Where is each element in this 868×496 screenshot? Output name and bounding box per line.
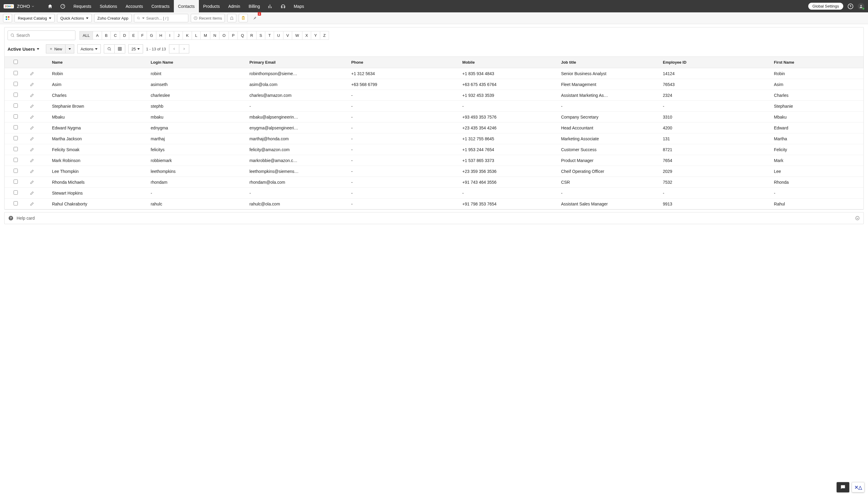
page-size-selector[interactable]: 25 — [128, 44, 143, 53]
table-row[interactable]: Mark Robinsonrobbiemarkmarkrobbie@amazon… — [4, 155, 864, 166]
global-search-input[interactable] — [147, 16, 186, 20]
table-row[interactable]: Felicity Smoakfelicitysfelicity@amazon.c… — [4, 144, 864, 155]
table-row[interactable]: Lee Thompkinleethompkinsleethompkins@sie… — [4, 166, 864, 177]
row-checkbox[interactable] — [14, 71, 18, 75]
edit-icon[interactable] — [27, 112, 49, 123]
alpha-x[interactable]: X — [302, 31, 311, 40]
alpha-b[interactable]: B — [102, 31, 111, 40]
table-row[interactable]: Asimasimsethasim@ola.com+63 568 6799+63 … — [4, 79, 864, 90]
help-icon[interactable] — [848, 3, 853, 9]
table-row[interactable]: Rahul Chakrabortyrahulcrahulc@ola.com-+9… — [4, 199, 864, 210]
prev-page-button[interactable] — [169, 44, 179, 53]
col-name[interactable]: Name — [49, 57, 148, 68]
col-email[interactable]: Primary Email — [246, 57, 348, 68]
pin-button[interactable]: 1 — [250, 14, 259, 22]
nav-contracts[interactable]: Contracts — [147, 0, 174, 12]
panel-search-input[interactable] — [16, 33, 73, 38]
row-checkbox[interactable] — [14, 136, 18, 140]
edit-icon[interactable] — [27, 90, 49, 101]
edit-icon[interactable] — [27, 133, 49, 144]
table-row[interactable]: Robinrobintrobinthompson@sieme…+1 312 56… — [4, 68, 864, 79]
col-login[interactable]: Login Name — [148, 57, 246, 68]
alpha-w[interactable]: W — [292, 31, 302, 40]
new-dropdown[interactable] — [65, 44, 74, 53]
col-phone[interactable]: Phone — [348, 57, 459, 68]
alpha-e[interactable]: E — [129, 31, 138, 40]
columns-button[interactable] — [115, 44, 125, 53]
expand-icon[interactable] — [855, 216, 860, 220]
edit-icon[interactable] — [27, 166, 49, 177]
next-page-button[interactable] — [179, 44, 189, 53]
nav-reports-icon[interactable] — [264, 0, 277, 12]
zoho-creator-button[interactable]: Zoho Creator App — [94, 14, 132, 22]
table-row[interactable]: Mbakumbakumbaku@alpsengineerin…-+93 493 … — [4, 112, 864, 123]
row-checkbox[interactable] — [14, 104, 18, 108]
panel-search[interactable] — [7, 30, 75, 40]
alpha-d[interactable]: D — [120, 31, 129, 40]
alpha-c[interactable]: C — [110, 31, 120, 40]
col-first[interactable]: First Name — [771, 57, 864, 68]
alpha-z[interactable]: Z — [320, 31, 329, 40]
alpha-all[interactable]: ALL — [79, 31, 93, 40]
nav-requests[interactable]: Requests — [69, 0, 95, 12]
alpha-v[interactable]: V — [283, 31, 292, 40]
edit-icon[interactable] — [27, 177, 49, 188]
col-eid[interactable]: Employee ID — [660, 57, 771, 68]
brand-switcher-icon[interactable] — [31, 4, 35, 8]
global-search[interactable] — [134, 14, 188, 22]
alpha-l[interactable]: L — [192, 31, 201, 40]
edit-icon[interactable] — [27, 199, 49, 210]
table-row[interactable]: Stewart Hopkins------- — [4, 188, 864, 199]
chevron-down-icon[interactable] — [142, 17, 144, 19]
nav-support-icon[interactable] — [277, 0, 289, 12]
request-catalog-button[interactable]: Request Catalog — [15, 14, 55, 22]
table-row[interactable]: Martha Jacksonmarthajmarthaj@honda.com-+… — [4, 133, 864, 144]
table-row[interactable]: Rhonda Michaelsrhondamrhondam@ola.com-+9… — [4, 177, 864, 188]
nav-dashboard-icon[interactable] — [57, 0, 69, 12]
select-all-checkbox[interactable] — [14, 60, 18, 64]
nav-home-icon[interactable] — [44, 0, 57, 12]
alpha-h[interactable]: H — [156, 31, 165, 40]
row-checkbox[interactable] — [14, 82, 18, 86]
user-avatar[interactable] — [858, 3, 864, 10]
alpha-i[interactable]: I — [165, 31, 174, 40]
nav-maps[interactable]: Maps — [289, 0, 308, 12]
nav-solutions[interactable]: Solutions — [96, 0, 122, 12]
row-checkbox[interactable] — [14, 93, 18, 97]
recent-items-button[interactable]: Recent Items — [191, 14, 225, 22]
help-card[interactable]: ? Help card — [4, 212, 864, 224]
brand-name[interactable]: ZOHO — [17, 4, 30, 9]
actions-button[interactable]: Actions — [77, 44, 101, 53]
alpha-k[interactable]: K — [183, 31, 192, 40]
alpha-f[interactable]: F — [138, 31, 147, 40]
alpha-o[interactable]: O — [219, 31, 229, 40]
edit-icon[interactable] — [27, 101, 49, 112]
table-row[interactable]: Edward Nygmaednygmaenygma@alpsengineeri…… — [4, 123, 864, 133]
row-checkbox[interactable] — [14, 147, 18, 151]
nav-accounts[interactable]: Accounts — [121, 0, 147, 12]
quick-actions-button[interactable]: Quick Actions — [57, 14, 92, 22]
clipboard-icon[interactable] — [239, 14, 248, 22]
edit-icon[interactable] — [27, 68, 49, 79]
search-toggle-button[interactable] — [104, 44, 115, 53]
nav-admin[interactable]: Admin — [224, 0, 244, 12]
nav-contacts[interactable]: Contacts — [174, 0, 199, 12]
alpha-r[interactable]: R — [247, 31, 256, 40]
alpha-p[interactable]: P — [228, 31, 238, 40]
edit-icon[interactable] — [27, 79, 49, 90]
notifications-icon[interactable] — [227, 14, 236, 22]
alpha-a[interactable]: A — [93, 31, 102, 40]
nav-billing[interactable]: Billing — [244, 0, 264, 12]
alpha-s[interactable]: S — [256, 31, 265, 40]
new-button[interactable]: New — [46, 44, 65, 53]
row-checkbox[interactable] — [14, 201, 18, 205]
global-settings-button[interactable]: Global Settings — [808, 3, 843, 10]
alpha-u[interactable]: U — [274, 31, 283, 40]
edit-icon[interactable] — [27, 188, 49, 199]
table-row[interactable]: Charlescharlesleecharles@amazon.com-+1 9… — [4, 90, 864, 101]
row-checkbox[interactable] — [14, 169, 18, 173]
col-job[interactable]: Job title — [558, 57, 660, 68]
alpha-n[interactable]: N — [210, 31, 219, 40]
row-checkbox[interactable] — [14, 114, 18, 119]
view-selector[interactable]: Active Users — [7, 46, 39, 51]
